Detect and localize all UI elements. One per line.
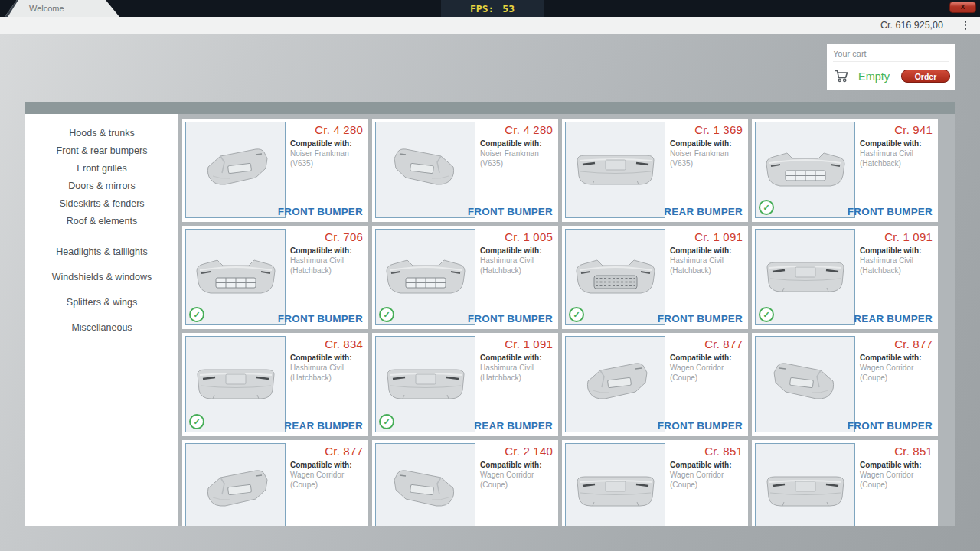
product-price: Cr. 4 280	[315, 123, 363, 136]
bumper-image	[380, 245, 472, 309]
product-price: Cr. 877	[894, 337, 933, 350]
product-card[interactable]: Cr. 877 Compatible with: Wagen Corridor …	[182, 440, 368, 526]
compatible-car: Hashimura Civil (Hatchback)	[860, 148, 936, 168]
product-price: Cr. 877	[704, 337, 743, 350]
sidebar-item[interactable]: Hoods & trunks	[25, 125, 178, 142]
close-icon: x	[961, 2, 965, 11]
owned-check-icon: ✓	[379, 414, 394, 429]
product-price: Cr. 851	[894, 445, 933, 458]
part-type-label: FRONT BUMPER	[848, 420, 933, 432]
compatible-car: Noiser Frankman (V635)	[480, 148, 557, 168]
sidebar-item[interactable]: Front grilles	[25, 160, 178, 178]
product-price: Cr. 1 091	[884, 230, 933, 243]
product-card[interactable]: Cr. 851 Compatible with: Wagen Corridor …	[562, 440, 748, 526]
product-card[interactable]: Cr. 2 140 Compatible with: Wagen Corrido…	[372, 440, 558, 526]
compatible-label: Compatible with:	[290, 139, 352, 148]
product-card[interactable]: Cr. 834 Compatible with: Hashimura Civil…	[182, 333, 368, 436]
compatible-label: Compatible with:	[480, 354, 542, 362]
sidebar-group-glass: Headlights & taillightsWindshields & win…	[25, 240, 178, 341]
compatible-car: Hashimura Civil (Hatchback)	[290, 256, 367, 276]
product-image-frame	[375, 443, 475, 526]
compatible-car: Wagen Corridor (Coupe)	[670, 470, 746, 490]
compatible-label: Compatible with:	[290, 354, 352, 362]
product-card[interactable]: Cr. 4 280 Compatible with: Noiser Frankm…	[372, 119, 558, 222]
sidebar-item[interactable]: Roof & elements	[25, 213, 178, 230]
bumper-image	[570, 245, 662, 309]
compatible-label: Compatible with:	[480, 139, 542, 148]
sidebar-item[interactable]: Sideskirts & fenders	[25, 195, 178, 213]
compatible-car: Wagen Corridor (Coupe)	[860, 470, 936, 490]
product-image-frame	[755, 336, 855, 432]
order-button-label: Order	[915, 72, 937, 81]
compatible-car: Wagen Corridor (Coupe)	[290, 470, 367, 490]
sidebar-item[interactable]: Front & rear bumpers	[25, 142, 178, 160]
cart-title: Your cart	[833, 49, 949, 62]
part-type-label: FRONT BUMPER	[278, 206, 363, 217]
window-title-bar: Welcome FPS: 53 x	[0, 0, 980, 17]
fps-label: FPS:	[470, 3, 494, 15]
product-image-frame	[565, 122, 665, 218]
product-price: Cr. 1 005	[505, 230, 553, 243]
sidebar-item[interactable]: Doors & mirrors	[25, 178, 178, 195]
part-type-label: REAR BUMPER	[854, 313, 933, 324]
owned-check-icon: ✓	[569, 307, 584, 322]
part-type-label: FRONT BUMPER	[468, 313, 553, 324]
cart-panel: Your cart Empty Order	[827, 44, 955, 90]
part-type-label: REAR BUMPER	[284, 420, 363, 432]
sidebar-group-body: Hoods & trunksFront & rear bumpersFront …	[25, 125, 178, 230]
bumper-image	[570, 459, 662, 523]
owned-check-icon: ✓	[379, 307, 394, 322]
tab-welcome[interactable]: Welcome	[5, 0, 119, 17]
sidebar-item[interactable]: Splitters & wings	[25, 290, 178, 315]
compatible-label: Compatible with:	[670, 246, 732, 255]
compatible-car: Noiser Frankman (V635)	[290, 148, 367, 168]
cart-icon	[835, 70, 849, 83]
part-type-label: FRONT BUMPER	[848, 206, 933, 217]
bumper-image	[380, 352, 472, 416]
bumper-image	[760, 352, 851, 416]
product-price: Cr. 4 280	[505, 123, 553, 136]
part-type-label: FRONT BUMPER	[468, 206, 553, 217]
close-button[interactable]: x	[949, 2, 976, 13]
product-card[interactable]: Cr. 1 091 Compatible with: Hashimura Civ…	[562, 226, 748, 329]
owned-check-icon: ✓	[189, 307, 204, 322]
sidebar-item[interactable]: Miscellaneous	[25, 315, 178, 341]
product-card[interactable]: Cr. 706 Compatible with: Hashimura Civil…	[182, 226, 368, 329]
product-price: Cr. 1 091	[505, 337, 553, 350]
compatible-car: Wagen Corridor (Coupe)	[480, 470, 557, 490]
product-card[interactable]: Cr. 1 091 Compatible with: Hashimura Civ…	[372, 333, 558, 436]
product-price: Cr. 706	[325, 230, 363, 243]
owned-check-icon: ✓	[759, 200, 774, 215]
product-image-frame	[565, 336, 665, 432]
part-type-label: FRONT BUMPER	[278, 313, 363, 324]
compatible-car: Wagen Corridor (Coupe)	[670, 363, 746, 383]
product-image-frame	[185, 122, 286, 218]
bumper-image	[190, 245, 282, 309]
compatible-car: Hashimura Civil (Hatchback)	[670, 256, 746, 276]
bumper-image	[570, 352, 662, 416]
bumper-image	[760, 459, 851, 523]
product-card[interactable]: Cr. 1 005 Compatible with: Hashimura Civ…	[372, 226, 558, 329]
kebab-menu-icon[interactable]	[960, 20, 971, 31]
product-card[interactable]: Cr. 941 Compatible with: Hashimura Civil…	[752, 119, 938, 222]
sidebar-item[interactable]: Headlights & taillights	[25, 240, 178, 265]
owned-check-icon: ✓	[759, 307, 774, 322]
category-sidebar: Hoods & trunksFront & rear bumpersFront …	[25, 114, 178, 526]
bumper-image	[760, 245, 851, 309]
bumper-image	[380, 459, 472, 523]
sidebar-item[interactable]: Windshields & windows	[25, 265, 178, 290]
compatible-label: Compatible with:	[860, 246, 922, 255]
order-button[interactable]: Order	[901, 70, 950, 83]
bumper-image	[760, 138, 851, 202]
shop-panel: Hoods & trunksFront & rear bumpersFront …	[25, 102, 955, 526]
product-card[interactable]: Cr. 1 091 Compatible with: Hashimura Civ…	[752, 226, 938, 329]
status-bar: Cr. 616 925,00	[0, 17, 980, 34]
compatible-label: Compatible with:	[670, 354, 732, 362]
product-card[interactable]: Cr. 851 Compatible with: Wagen Corridor …	[752, 440, 938, 526]
product-card[interactable]: Cr. 877 Compatible with: Wagen Corridor …	[562, 333, 748, 436]
product-card[interactable]: Cr. 1 369 Compatible with: Noiser Frankm…	[562, 119, 748, 222]
product-card[interactable]: Cr. 877 Compatible with: Wagen Corridor …	[752, 333, 938, 436]
product-image-frame	[185, 443, 286, 526]
product-card[interactable]: Cr. 4 280 Compatible with: Noiser Frankm…	[182, 119, 368, 222]
product-price: Cr. 834	[325, 337, 363, 350]
